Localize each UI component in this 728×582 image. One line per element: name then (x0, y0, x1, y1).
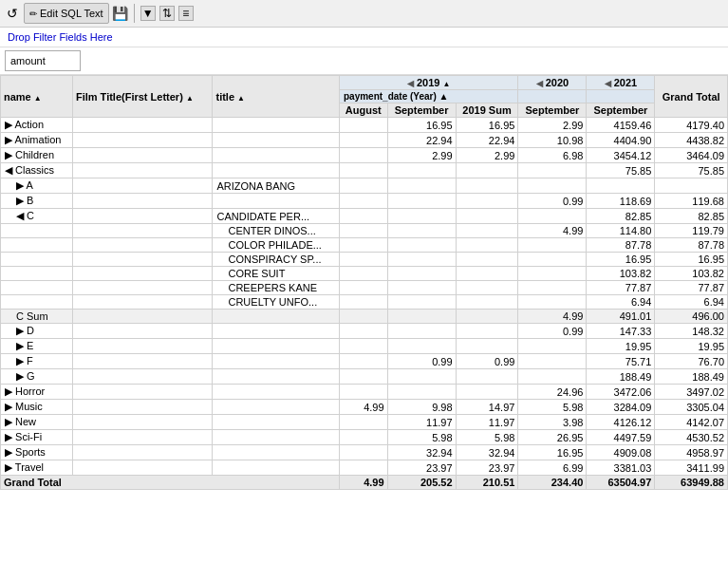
row-film-letter (72, 400, 213, 415)
row-name (1, 267, 73, 281)
row-title (213, 163, 340, 178)
refresh-icon[interactable]: ↺ (5, 6, 20, 21)
table-row: ▶ Horror24.963472.063497.02 (1, 385, 728, 400)
drop-filter-zone[interactable]: Drop Filter Fields Here (0, 28, 728, 47)
row-film-letter (72, 133, 213, 148)
col-name-header: name ▲ (1, 76, 73, 118)
row-title (213, 460, 340, 476)
grand-total-label: Grand Total (1, 476, 340, 490)
table-row: ◀ CCANDIDATE PER...82.8582.85 (1, 209, 728, 224)
row-film-letter (72, 267, 213, 281)
row-film-letter (72, 415, 213, 430)
pivot-table: name ▲ Film Title(First Letter) ▲ title … (0, 75, 728, 490)
row-name: ▶ Horror (1, 385, 73, 400)
row-name: ▶ Music (1, 400, 73, 415)
row-name: ▶ G (1, 369, 73, 385)
row-film-letter (72, 194, 213, 209)
row-name: ▶ F (1, 354, 73, 369)
table-row: ▶ Sci-Fi5.985.9826.954497.594530.52 (1, 430, 728, 445)
table-row: ▶ D0.99147.33148.32 (1, 324, 728, 339)
table-row: COLOR PHILADE...87.7887.78 (1, 238, 728, 253)
row-title: CREEPERS KANE (213, 281, 340, 295)
row-title: CRUELTY UNFO... (213, 295, 340, 310)
row-title (213, 430, 340, 445)
row-title (213, 133, 340, 148)
row-title (213, 324, 340, 339)
table-row: ▶ AARIZONA BANG (1, 178, 728, 194)
col-title-header: title ▲ (213, 76, 340, 118)
row-title: CONSPIRACY SP... (213, 253, 340, 267)
amount-filter-input[interactable] (5, 50, 81, 71)
row-name: ▶ D (1, 324, 73, 339)
table-row: C Sum4.99491.01496.00 (1, 310, 728, 324)
save-icon[interactable]: 💾 (113, 6, 128, 21)
table-row: ▶ E19.9519.95 (1, 339, 728, 354)
row-title: CENTER DINOS... (213, 224, 340, 238)
row-name: ▶ Sports (1, 445, 73, 460)
list-icon[interactable]: ≡ (178, 6, 194, 21)
table-row: ▶ G188.49188.49 (1, 369, 728, 385)
table-row: CONSPIRACY SP...16.9516.95 (1, 253, 728, 267)
row-film-letter (72, 238, 213, 253)
row-name: ◀ C (1, 209, 73, 224)
row-title (213, 400, 340, 415)
year-2019-header: ◀ 2019 ▲ (339, 76, 517, 90)
edit-sql-icon: ✏ (29, 9, 37, 19)
aug-header: August (339, 103, 387, 118)
year-2021-header: ◀ 2021 (587, 76, 655, 90)
row-film-letter (72, 339, 213, 354)
row-name: ▶ Children (1, 148, 73, 163)
table-row: CORE SUIT103.82103.82 (1, 267, 728, 281)
grand-total-header: Grand Total (655, 76, 728, 118)
row-film-letter (72, 281, 213, 295)
row-film-letter (72, 460, 213, 476)
edit-sql-button[interactable]: ✏ Edit SQL Text (24, 3, 109, 24)
row-film-letter (72, 118, 213, 133)
row-name: ▶ A (1, 178, 73, 194)
row-name: ▶ Animation (1, 133, 73, 148)
row-film-letter (72, 295, 213, 310)
row-title (213, 415, 340, 430)
row-film-letter (72, 324, 213, 339)
table-row: ▶ Children2.992.996.983454.123464.09 (1, 148, 728, 163)
row-title (213, 194, 340, 209)
row-name: ▶ E (1, 339, 73, 354)
row-name: C Sum (1, 310, 73, 324)
payment-date-year-label-2020 (518, 90, 587, 103)
payment-date-year-label: payment_date (Year) ▲ (339, 90, 517, 103)
row-film-letter (72, 310, 213, 324)
drop-zone-label: Drop Filter Fields Here (8, 31, 113, 43)
row-title (213, 385, 340, 400)
row-film-letter (72, 369, 213, 385)
table-row: ▶ B0.99118.69119.68 (1, 194, 728, 209)
sep-2021-header: September (587, 103, 655, 118)
row-title: CORE SUIT (213, 267, 340, 281)
table-row: ▶ Action16.9516.952.994159.464179.40 (1, 118, 728, 133)
row-title: COLOR PHILADE... (213, 238, 340, 253)
table-row: ▶ Sports32.9432.9416.954909.084958.97 (1, 445, 728, 460)
toolbar: ↺ ✏ Edit SQL Text 💾 ▼ ⇅ ≡ (0, 0, 728, 28)
table-row: ▶ Animation22.9422.9410.984404.904438.82 (1, 133, 728, 148)
row-name: ▶ B (1, 194, 73, 209)
toolbar-separator (134, 4, 135, 23)
row-film-letter (72, 224, 213, 238)
row-title (213, 148, 340, 163)
table-row: ▶ Travel23.9723.976.993381.033411.99 (1, 460, 728, 476)
row-name (1, 224, 73, 238)
row-film-letter (72, 445, 213, 460)
year-2020-header: ◀ 2020 (518, 76, 587, 90)
row-title (213, 369, 340, 385)
row-film-letter (72, 385, 213, 400)
row-film-letter (72, 163, 213, 178)
row-film-letter (72, 178, 213, 194)
filter-icon[interactable]: ▼ (140, 6, 156, 21)
sep-2019-header: September (387, 103, 456, 118)
row-name (1, 238, 73, 253)
row-film-letter (72, 430, 213, 445)
row-title (213, 310, 340, 324)
edit-sql-label: Edit SQL Text (40, 8, 103, 19)
row-title: ARIZONA BANG (213, 178, 340, 194)
row-film-letter (72, 148, 213, 163)
row-name (1, 281, 73, 295)
sort-icon[interactable]: ⇅ (159, 6, 175, 21)
